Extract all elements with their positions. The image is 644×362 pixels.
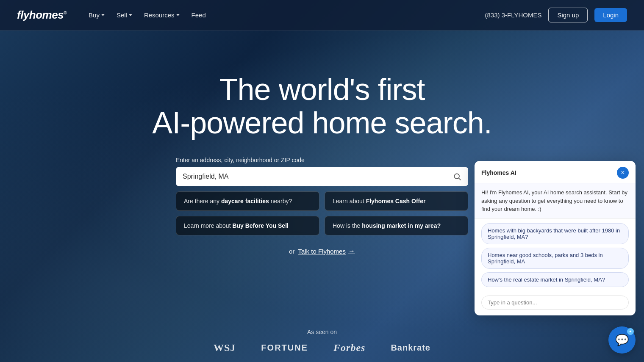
chevron-down-icon [176, 14, 180, 16]
signup-button[interactable]: Sign up [548, 8, 588, 22]
nav-resources[interactable]: Resources [139, 8, 185, 22]
chip-daycare[interactable]: Are there any daycare facilities nearby? [176, 191, 319, 211]
nav-buy[interactable]: Buy [83, 8, 110, 22]
login-button[interactable]: Login [594, 8, 627, 22]
chat-suggestion-3[interactable]: How's the real estate market in Springfi… [481, 272, 629, 287]
search-icon [453, 172, 461, 181]
wsj-logo: WSJ [214, 342, 236, 354]
search-input[interactable] [176, 167, 446, 186]
chat-message: Hi! I'm Flyhomes AI, your AI home search… [475, 183, 636, 219]
nav-links: Buy Sell Resources Feed [83, 8, 485, 22]
search-label: Enter an address, city, neighborhood or … [176, 157, 305, 163]
nav-sell[interactable]: Sell [111, 8, 137, 22]
chat-input[interactable] [481, 296, 629, 309]
chat-title: Flyhomes AI [481, 169, 516, 176]
logo[interactable]: flyhomes® [17, 8, 67, 22]
search-button[interactable] [446, 168, 468, 185]
phone-number: (833) 3-FLYHOMES [485, 11, 541, 19]
chip-buy-before-sell[interactable]: Learn more about Buy Before You Sell [176, 216, 319, 235]
close-chat-button[interactable]: × [617, 167, 629, 179]
press-logos: WSJ FORTUNE Forbes Bankrate [214, 342, 430, 354]
chip-cash-offer[interactable]: Learn about Flyhomes Cash Offer [325, 191, 468, 211]
navbar: flyhomes® Buy Sell Resources Feed (833) … [0, 0, 644, 30]
chat-panel: Flyhomes AI × Hi! I'm Flyhomes AI, your … [475, 161, 636, 315]
bankrate-logo: Bankrate [391, 343, 430, 353]
nav-right: (833) 3-FLYHOMES Sign up Login [485, 8, 627, 22]
chevron-down-icon [101, 14, 105, 16]
chat-header: Flyhomes AI × [475, 161, 636, 183]
svg-point-0 [454, 174, 459, 179]
sparkle-icon: ✦ [629, 329, 632, 334]
svg-line-1 [459, 178, 461, 180]
talk-row: or Talk to Flyhomes → [289, 247, 355, 255]
nav-feed[interactable]: Feed [186, 8, 211, 22]
chat-icon: 💬 [615, 334, 629, 347]
chat-message-text: Hi! I'm Flyhomes AI, your AI home search… [481, 188, 629, 213]
chip-housing-market[interactable]: How is the housing market in my area? [325, 216, 468, 235]
arrow-right-icon: → [348, 247, 355, 255]
chat-float-button[interactable]: 💬 ✦ [608, 326, 636, 354]
as-seen-on: As seen on WSJ FORTUNE Forbes Bankrate [214, 329, 430, 354]
chat-input-row [475, 291, 636, 315]
chevron-down-icon [129, 14, 132, 16]
forbes-logo: Forbes [333, 342, 365, 354]
suggestion-chips: Are there any daycare facilities nearby?… [176, 191, 468, 235]
chat-suggestion-1[interactable]: Homes with big backyards that were built… [481, 223, 629, 244]
search-container [176, 167, 468, 186]
talk-to-flyhomes-link[interactable]: Talk to Flyhomes → [298, 247, 355, 255]
as-seen-label: As seen on [214, 329, 430, 335]
fortune-logo: FORTUNE [261, 343, 308, 353]
chat-suggestion-2[interactable]: Homes near good schools, parks and 3 bed… [481, 248, 629, 269]
chat-suggestions: Homes with big backyards that were built… [475, 219, 636, 291]
hero-title: The world's first AI-powered home search… [152, 73, 491, 140]
chat-badge: ✦ [627, 328, 634, 335]
